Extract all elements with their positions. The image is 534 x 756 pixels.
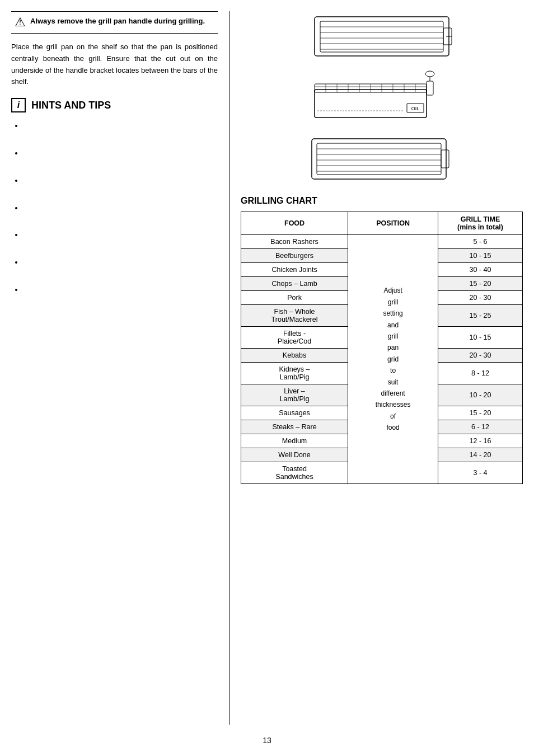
list-item [24, 257, 218, 269]
food-header: FOOD [241, 212, 348, 235]
food-cell: Pork [241, 291, 348, 305]
food-cell: Fish – WholeTrout/Mackerel [241, 305, 348, 327]
time-header: GRILL TIME(mins in total) [438, 212, 523, 235]
time-cell: 14 - 20 [438, 448, 523, 462]
time-cell: 15 - 25 [438, 305, 523, 327]
food-cell: Bacon Rashers [241, 235, 348, 249]
food-cell: Steaks – Rare [241, 420, 348, 434]
grilling-chart: GRILLING CHART FOOD POSITION GRILL TIME(… [241, 196, 523, 484]
main-content: ⚠ Always remove the grill pan handle dur… [11, 11, 523, 725]
warning-icon: ⚠ [15, 16, 26, 29]
time-cell: 8 - 12 [438, 363, 523, 384]
food-cell: Liver –Lamb/Pig [241, 384, 348, 406]
food-cell: Beefburgers [241, 249, 348, 263]
hints-header: i HINTS AND TIPS [11, 98, 218, 112]
left-column: ⚠ Always remove the grill pan handle dur… [11, 11, 229, 725]
list-item [24, 120, 218, 132]
food-cell: Kidneys –Lamb/Pig [241, 363, 348, 384]
position-header: POSITION [348, 212, 438, 235]
description-text: Place the grill pan on the shelf so that… [11, 41, 218, 88]
table-header-row: FOOD POSITION GRILL TIME(mins in total) [241, 212, 523, 235]
hints-list [11, 120, 218, 312]
svg-point-22 [425, 71, 434, 77]
food-cell: Sausages [241, 406, 348, 420]
food-cell: Fillets -Plaice/Cod [241, 327, 348, 349]
list-item [24, 175, 218, 187]
time-cell: 20 - 30 [438, 291, 523, 305]
table-row: Bacon RashersAdjustgrillsettingandgrillp… [241, 235, 523, 249]
food-cell: Medium [241, 434, 348, 448]
diagram-3 [303, 134, 460, 185]
diagram-2: OIL [303, 67, 460, 129]
diagram-1 [303, 11, 460, 62]
svg-rect-21 [427, 81, 433, 95]
svg-rect-1 [320, 21, 443, 52]
svg-rect-28 [317, 143, 441, 175]
page: ⚠ Always remove the grill pan handle dur… [0, 0, 534, 756]
time-cell: 30 - 40 [438, 263, 523, 277]
time-cell: 12 - 16 [438, 434, 523, 448]
svg-rect-27 [312, 139, 446, 179]
time-cell: 10 - 20 [438, 384, 523, 406]
time-cell: 15 - 20 [438, 406, 523, 420]
svg-rect-0 [315, 17, 449, 56]
time-cell: 5 - 6 [438, 235, 523, 249]
warning-text: Always remove the grill pan handle durin… [30, 16, 205, 26]
page-number: 13 [11, 736, 523, 745]
food-cell: ToastedSandwiches [241, 462, 348, 484]
food-cell: Well Done [241, 448, 348, 462]
time-cell: 20 - 30 [438, 349, 523, 363]
food-cell: Chicken Joints [241, 263, 348, 277]
images-area: OIL [241, 11, 523, 185]
food-cell: Kebabs [241, 349, 348, 363]
position-cell: Adjustgrillsettingandgrillpangridtosuitd… [348, 235, 438, 484]
right-column: OIL [229, 11, 523, 725]
time-cell: 3 - 4 [438, 462, 523, 484]
svg-rect-34 [441, 150, 449, 168]
table-body: Bacon RashersAdjustgrillsettingandgrillp… [241, 235, 523, 484]
chart-title: GRILLING CHART [241, 196, 523, 206]
svg-text:OIL: OIL [411, 106, 420, 111]
food-cell: Chops – Lamb [241, 277, 348, 291]
time-cell: 6 - 12 [438, 420, 523, 434]
list-item [24, 229, 218, 241]
time-cell: 15 - 20 [438, 277, 523, 291]
list-item [24, 284, 218, 296]
hints-title: HINTS AND TIPS [31, 100, 111, 111]
grilling-table: FOOD POSITION GRILL TIME(mins in total) … [241, 212, 523, 484]
list-item [24, 203, 218, 214]
hints-icon: i [11, 98, 26, 112]
list-item [24, 148, 218, 159]
warning-box: ⚠ Always remove the grill pan handle dur… [11, 11, 218, 34]
time-cell: 10 - 15 [438, 249, 523, 263]
time-cell: 10 - 15 [438, 327, 523, 349]
